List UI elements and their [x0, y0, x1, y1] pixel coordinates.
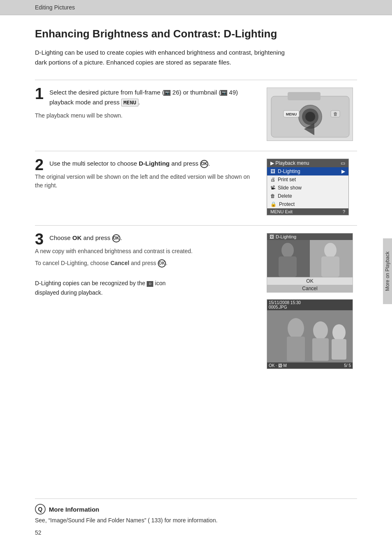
step-1-note: The playback menu will be shown. [35, 111, 258, 120]
pb-menu-footer: MENU Exit ? [267, 208, 348, 215]
svg-point-11 [281, 243, 294, 258]
dl-ok-label: OK [306, 278, 313, 284]
intro-text: D-Lighting can be used to create copies … [35, 48, 290, 67]
dl-screen-cancel-button: Cancel [267, 285, 353, 292]
side-tab: More on Playback [383, 238, 392, 304]
copies-text: D-Lighting copies can be recognized by t… [35, 279, 191, 297]
dl-copy-icon: D [147, 281, 153, 287]
pb-item-icon-1: 🖼 [270, 168, 275, 174]
dl-screen-title: 🖼 D-Lighting [267, 233, 353, 240]
svg-text:🗑: 🗑 [333, 111, 338, 116]
playback-menu-image: ▶ Playback menu ▭ 🖼 D-Lighting ▶ 🖨 Print… [267, 159, 349, 215]
photo-icons: OK · 🖼·M [269, 363, 287, 368]
pb-item-icon-2: 🖨 [270, 177, 275, 182]
ref-icon-1: 📷 [164, 90, 171, 96]
more-info-text: See, “Image/Sound File and Folder Names”… [35, 517, 357, 524]
dl-title-text: D-Lighting [276, 234, 296, 239]
menu-key-1: MENU [121, 99, 138, 106]
side-tab-label: More on Playback [385, 252, 390, 291]
svg-point-4 [305, 112, 315, 122]
svg-rect-22 [332, 339, 346, 360]
step-1: 1 Select the desired picture from full-f… [35, 80, 357, 141]
header-bar: Editing Pictures [0, 0, 392, 15]
pb-item-icon-5: 🔒 [270, 201, 277, 207]
step-3-left: 3 Choose OK and press OK. A new copy wit… [35, 233, 258, 369]
main-content: Enhancing Brightness and Contrast: D-Lig… [0, 15, 392, 404]
svg-rect-20 [312, 338, 329, 361]
photo-filename: 0005.JPG [269, 305, 287, 309]
more-info-title: Q More Information [35, 504, 357, 515]
svg-rect-18 [287, 337, 305, 361]
step-2-text: Use the multi selector to choose D-Light… [49, 159, 258, 168]
svg-rect-1 [288, 92, 321, 100]
pb-menu-item-dlighting: 🖼 D-Lighting ▶ [267, 167, 348, 175]
ok-button-icon-cancel: OK [158, 259, 166, 268]
dl-title-icon: 🖼 [270, 234, 274, 239]
step-3-right: 🖼 D-Lighting [267, 233, 357, 369]
step-1-left: 1 Select the desired picture from full-f… [35, 88, 258, 141]
step-3-text: Choose OK and press OK. [49, 233, 258, 243]
svg-point-19 [313, 321, 328, 339]
dl-cancel-label: Cancel [302, 286, 317, 291]
step-1-number: 1 [35, 86, 44, 102]
pb-menu-icon: ▭ [341, 160, 345, 166]
pb-item-icon-4: 🗑 [270, 193, 275, 199]
step-2-left: 2 Use the multi selector to choose D-Lig… [35, 159, 258, 215]
dlighting-screen: 🖼 D-Lighting [267, 233, 353, 293]
pb-item-label-2: Print set [278, 177, 296, 182]
pb-menu-item-slideshow: 📽 Slide show [267, 184, 348, 192]
pb-menu-item-delete: 🗑 Delete [267, 192, 348, 200]
dl-screen-images [267, 240, 353, 277]
photo-bottom-bar: OK · 🖼·M 5/ 5 [267, 362, 353, 369]
svg-rect-15 [321, 256, 339, 277]
camera-image: MENU 🗑 [267, 88, 353, 141]
svg-point-17 [288, 318, 304, 339]
bottom-section: D-Lighting copies can be recognized by t… [35, 279, 258, 297]
photo-counter: 5/ 5 [344, 363, 351, 368]
step-2-note: The original version will be shown on th… [35, 173, 258, 190]
page-number: 52 [35, 529, 42, 536]
page-title: Enhancing Brightness and Contrast: D-Lig… [35, 28, 357, 40]
svg-point-14 [324, 243, 337, 258]
pb-item-label-3: Slide show [278, 185, 302, 191]
more-info-title-text: More Information [49, 506, 99, 513]
ref-icon-2: 📷 [221, 90, 227, 96]
pb-menu-item-printset: 🖨 Print set [267, 175, 348, 184]
playback-photo: 15/11/2008 15:30 0005.JPG OK · 🖼·M [267, 299, 353, 369]
step-3-note: A new copy with enhanced brightness and … [35, 247, 258, 256]
pb-item-label-5: Protect [279, 201, 295, 207]
svg-text:MENU: MENU [286, 112, 297, 116]
dl-img-right [310, 240, 353, 277]
more-info-section: Q More Information See, “Image/Sound Fil… [35, 498, 357, 524]
header-label: Editing Pictures [35, 4, 75, 11]
photo-timestamp: 15/11/2008 15:30 [269, 300, 301, 305]
step-2-image: ▶ Playback menu ▭ 🖼 D-Lighting ▶ 🖨 Print… [267, 159, 357, 215]
step-1-image: MENU 🗑 [267, 88, 357, 141]
pb-menu-title-text: ▶ Playback menu [270, 160, 309, 166]
ok-button-icon-2: OK [200, 160, 208, 168]
ok-button-icon-3: OK [112, 234, 120, 242]
step-3-number: 3 [35, 231, 44, 247]
pb-item-arrow-1: ▶ [341, 168, 345, 174]
pb-item-label-1: D-Lighting [278, 168, 300, 174]
pb-menu-title: ▶ Playback menu ▭ [267, 159, 348, 167]
step-3: 3 Choose OK and press OK. A new copy wit… [35, 225, 357, 369]
dl-img-left [267, 240, 310, 277]
svg-point-21 [332, 324, 346, 341]
step-2: 2 Use the multi selector to choose D-Lig… [35, 151, 357, 215]
step-2-number: 2 [35, 157, 44, 173]
pb-menu-exit: MENU Exit [270, 209, 293, 214]
pb-menu-help: ? [343, 209, 345, 214]
step-1-text: Select the desired picture from full-fra… [49, 88, 258, 107]
more-info-icon: Q [35, 504, 46, 515]
dl-screen-ok-button: OK [267, 277, 353, 285]
pb-item-label-4: Delete [278, 193, 292, 199]
svg-rect-12 [279, 256, 297, 277]
pb-item-icon-3: 📽 [270, 185, 275, 191]
pb-menu-item-protect: 🔒 Protect [267, 200, 348, 208]
photo-overlay: 15/11/2008 15:30 0005.JPG [267, 300, 353, 310]
step-3-cancel-note: To cancel D-Lighting, choose Cancel and … [35, 259, 258, 268]
